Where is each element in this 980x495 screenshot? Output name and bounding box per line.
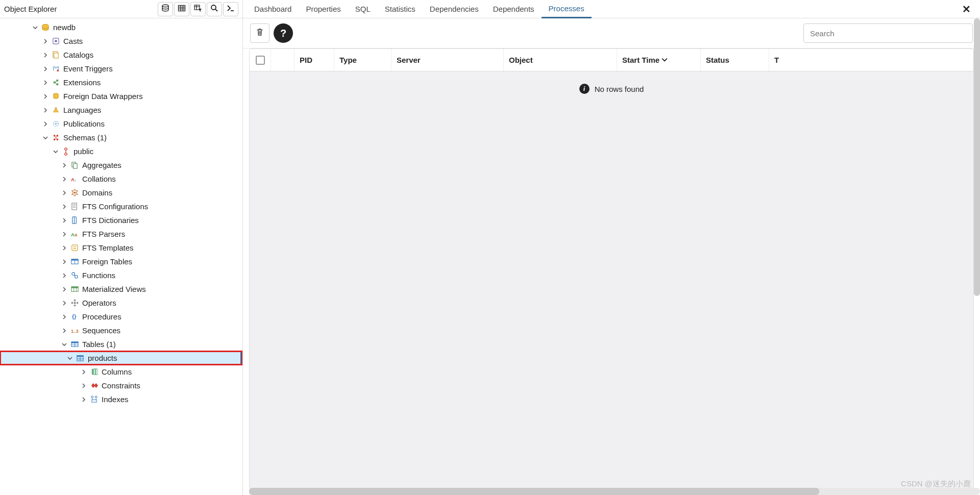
table-icon [76,354,85,363]
psql-tool-button[interactable] [223,2,238,16]
grid-header-start-time[interactable]: Start Time [617,49,701,71]
tree-node[interactable]: Publications [0,117,242,131]
chevron-right-icon[interactable] [60,257,69,266]
tree-node[interactable]: Languages [0,103,242,117]
node-type-icon [51,119,60,129]
tree-node[interactable]: FTS Dictionaries [0,213,242,227]
tree-node[interactable]: Tables (1) [0,337,242,351]
tree-node[interactable]: Aggregates [0,158,242,172]
search-objects-button[interactable] [207,2,222,16]
chevron-right-icon[interactable] [60,285,69,294]
chevron-right-icon[interactable] [79,395,88,404]
chevron-right-icon[interactable] [60,299,69,308]
object-tree[interactable]: newdb Casts Catalogs Event Triggers Exte… [0,18,242,495]
tree-node-table-products[interactable]: products [0,351,242,365]
tree-node[interactable]: {} Procedures [0,310,242,324]
view-data-button[interactable] [174,2,189,16]
tree-node-label: Languages [63,106,101,114]
svg-rect-1 [179,5,185,11]
grid-header-time-taken[interactable]: T [769,49,973,71]
tab-dependents[interactable]: Dependents [486,0,542,18]
tree-node[interactable]: Event Triggers [0,62,242,76]
filter-table-icon [194,4,202,14]
tab-sql[interactable]: SQL [348,0,378,18]
tab-statistics[interactable]: Statistics [378,0,423,18]
chevron-down-icon[interactable] [31,23,40,32]
main-panel: DashboardPropertiesSQLStatisticsDependen… [243,0,980,495]
chevron-right-icon[interactable] [60,202,69,211]
tree-node[interactable]: Aa FTS Parsers [0,227,242,241]
search-input[interactable] [803,23,973,43]
tree-node[interactable]: FTS Configurations [0,200,242,213]
chevron-right-icon[interactable] [60,312,69,321]
query-tool-button[interactable] [158,2,173,16]
tab-processes[interactable]: Processes [542,0,592,18]
filter-rows-button[interactable] [190,2,206,16]
svg-point-17 [57,69,59,71]
tree-node[interactable]: Functions [0,268,242,282]
tree-node[interactable]: 1..3 Sequences [0,324,242,337]
svg-rect-47 [71,245,77,251]
chevron-right-icon[interactable] [41,119,50,129]
chevron-right-icon[interactable] [41,106,50,115]
chevron-right-icon[interactable] [60,216,69,225]
tree-node[interactable]: Extensions [0,76,242,89]
grid-header-type[interactable]: Type [334,49,391,71]
chevron-right-icon[interactable] [60,243,69,253]
grid-header-pid[interactable]: PID [295,49,334,71]
tree-node[interactable]: Operators [0,296,242,310]
tree-node[interactable]: Foreign Tables [0,255,242,268]
chevron-right-icon[interactable] [60,188,69,197]
chevron-right-icon[interactable] [41,78,50,87]
tree-node[interactable]: Casts [0,34,242,48]
chevron-right-icon[interactable] [79,367,88,377]
tree-node-label: Event Triggers [63,64,113,73]
tree-node[interactable]: A↓ Collations [0,172,242,186]
tree-node[interactable]: Schemas (1) [0,131,242,144]
node-type-icon [51,64,60,73]
chevron-right-icon[interactable] [60,326,69,335]
tree-node[interactable]: Materialized Views [0,282,242,296]
grid-header-object[interactable]: Object [504,49,617,71]
node-type-icon [51,92,60,101]
tab-dependencies[interactable]: Dependencies [423,0,486,18]
grid-header-status[interactable]: Status [701,49,769,71]
trash-icon [255,28,264,39]
tree-node[interactable]: Constraints [0,379,242,392]
chevron-right-icon[interactable] [41,92,50,101]
grid-header-server[interactable]: Server [391,49,504,71]
chevron-right-icon[interactable] [60,175,69,184]
grid-empty-state: i No rows found [250,71,973,106]
chevron-down-icon[interactable] [60,340,69,349]
tab-dashboard[interactable]: Dashboard [247,0,299,18]
tree-scrollbar[interactable] [974,18,980,296]
tree-node-label: Catalogs [63,51,93,59]
chevron-down-icon[interactable] [51,147,60,156]
tab-properties[interactable]: Properties [299,0,348,18]
node-type-icon: 1..3 [70,326,79,335]
select-all-checkbox[interactable] [250,49,271,71]
close-panel-button[interactable]: ✕ [957,3,976,15]
tree-node[interactable]: Foreign Data Wrappers [0,89,242,103]
tree-node-database[interactable]: newdb [0,20,242,34]
tree-node-schema[interactable]: public [0,144,242,158]
delete-button[interactable] [250,23,270,43]
tree-node[interactable]: FTS Templates [0,241,242,255]
chevron-right-icon[interactable] [79,381,88,390]
chevron-right-icon[interactable] [41,64,50,73]
chevron-right-icon[interactable] [60,271,69,280]
horizontal-scrollbar[interactable] [249,488,980,495]
tree-node[interactable]: Indexes [0,392,242,406]
chevron-down-icon[interactable] [41,133,50,142]
node-type-icon [51,51,60,60]
chevron-right-icon[interactable] [60,161,69,170]
svg-rect-75 [91,369,93,375]
chevron-right-icon[interactable] [41,37,50,46]
tree-node[interactable]: Columns [0,365,242,379]
help-button[interactable]: ? [274,23,293,43]
tree-node[interactable]: Domains [0,186,242,200]
chevron-down-icon[interactable] [65,354,75,363]
chevron-right-icon[interactable] [60,230,69,239]
chevron-right-icon[interactable] [41,51,50,60]
tree-node[interactable]: Catalogs [0,48,242,62]
